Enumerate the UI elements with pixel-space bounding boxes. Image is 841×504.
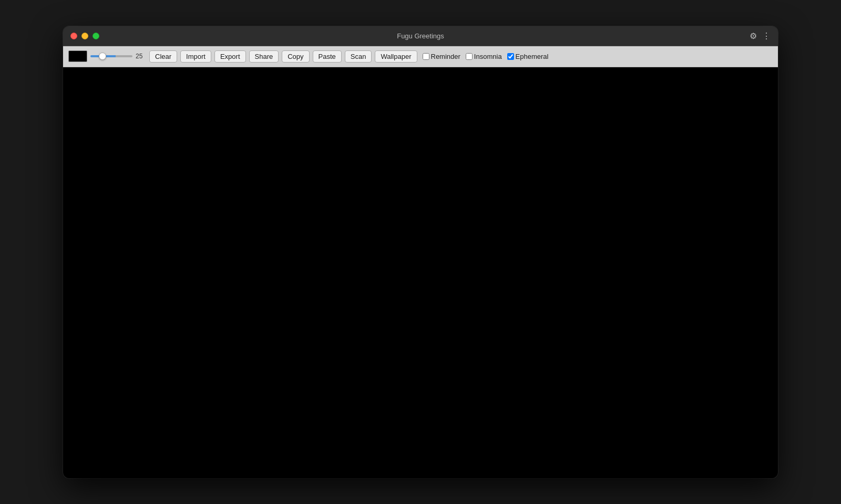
ephemeral-text: Ephemeral (516, 53, 549, 60)
close-button[interactable] (70, 33, 77, 39)
maximize-button[interactable] (93, 33, 99, 39)
slider-container: 25 (90, 53, 146, 60)
copy-button[interactable]: Copy (282, 50, 309, 63)
traffic-lights (70, 33, 99, 39)
titlebar: Fugu Greetings ⚙ ⋮ (63, 26, 778, 46)
scan-button[interactable]: Scan (345, 50, 372, 63)
reminder-label[interactable]: Reminder (423, 53, 460, 60)
share-button[interactable]: Share (249, 50, 279, 63)
clear-button[interactable]: Clear (149, 50, 177, 63)
checkbox-group: Reminder Insomnia Ephemeral (423, 53, 549, 60)
import-button[interactable]: Import (180, 50, 211, 63)
insomnia-label[interactable]: Insomnia (466, 53, 502, 60)
reminder-checkbox[interactable] (423, 53, 429, 60)
insomnia-checkbox[interactable] (466, 53, 473, 60)
extension-icon[interactable]: ⚙ (750, 31, 757, 41)
reminder-text: Reminder (431, 53, 460, 60)
minimize-button[interactable] (81, 33, 88, 39)
brush-size-slider[interactable] (90, 55, 132, 57)
insomnia-text: Insomnia (474, 53, 502, 60)
titlebar-actions: ⚙ ⋮ (750, 31, 771, 41)
app-window: Fugu Greetings ⚙ ⋮ 25 Clear Import Expor… (63, 26, 778, 478)
color-swatch[interactable] (68, 50, 87, 62)
window-title: Fugu Greetings (397, 32, 444, 40)
menu-icon[interactable]: ⋮ (762, 31, 771, 41)
slider-value: 25 (136, 53, 146, 60)
ephemeral-label[interactable]: Ephemeral (507, 53, 549, 60)
toolbar: 25 Clear Import Export Share Copy Paste … (63, 46, 778, 67)
wallpaper-button[interactable]: Wallpaper (375, 50, 417, 63)
paste-button[interactable]: Paste (313, 50, 342, 63)
canvas-area[interactable] (63, 67, 778, 478)
ephemeral-checkbox[interactable] (507, 53, 514, 60)
export-button[interactable]: Export (214, 50, 246, 63)
